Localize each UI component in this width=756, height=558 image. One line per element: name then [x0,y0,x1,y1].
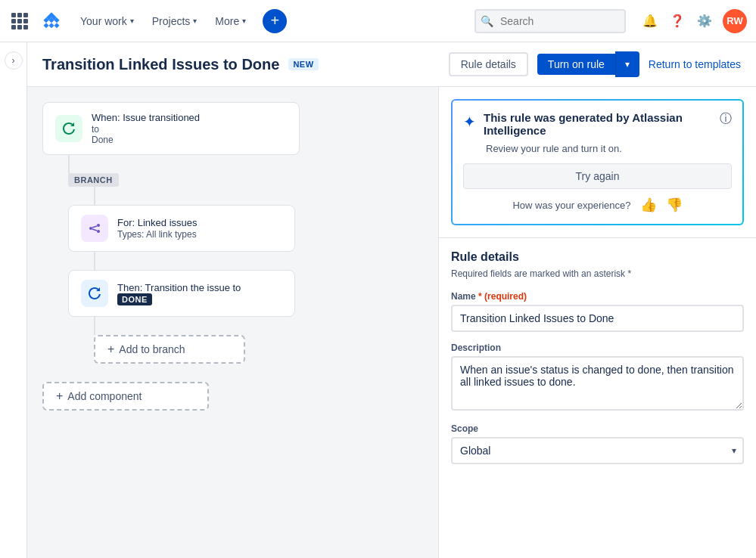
ai-banner-desc: Review your rule and turn it on. [486,143,732,154]
info-icon[interactable]: ⓘ [720,111,732,127]
create-button[interactable]: + [263,9,287,33]
ai-banner: ✦ This rule was generated by Atlassian I… [451,99,744,225]
scope-field-label: Scope [451,423,744,434]
name-field-label: Name * (required) [451,291,744,302]
transition-blue-icon [81,280,108,307]
when-node[interactable]: When: Issue transitioned to Done [42,102,300,155]
header-bar: Transition Linked Issues to Done NEW Rul… [27,42,756,87]
new-badge: NEW [288,58,318,70]
ai-banner-title: This rule was generated by Atlassian Int… [484,111,712,137]
node-connector [68,155,70,173]
feedback-label: How was your experience? [512,200,630,211]
rule-details-button[interactable]: Rule details [449,52,528,76]
right-panel: ✦ This rule was generated by Atlassian I… [438,87,756,558]
svg-point-1 [97,224,100,227]
plus-icon-2: + [56,389,63,403]
inner-connector-2 [94,317,95,335]
thumbs-down-button[interactable]: 👎 [666,197,683,213]
inner-connector [94,252,95,270]
for-node-sub: Types: All link types [117,229,282,240]
scope-select[interactable]: Global Project Team [451,437,744,464]
done-badge: DONE [117,293,152,305]
search-input[interactable] [474,9,626,33]
feedback-row: How was your experience? 👍 👎 [463,197,732,213]
chevron-left-icon: › [12,55,15,66]
nav-your-work[interactable]: Your work ▾ [73,11,142,32]
nav-items: Your work ▾ Projects ▾ More ▾ [73,11,254,32]
svg-point-2 [97,230,100,233]
add-to-branch-button[interactable]: + Add to branch [94,335,245,364]
notifications-button[interactable]: 🔔 [638,9,662,33]
jira-logo[interactable] [39,9,64,33]
rule-details-title: Rule details [451,250,744,264]
scope-select-wrapper: Global Project Team ▾ [451,437,744,464]
app-switcher-button[interactable] [9,11,30,32]
plus-icon: + [107,343,114,356]
name-input[interactable] [451,305,744,332]
rule-details-panel: Rule details Required fields are marked … [439,237,756,558]
then-node[interactable]: Then: Transition the issue to DONE [68,270,295,317]
for-node-label: For: Linked issues [117,217,282,228]
svg-line-3 [92,226,97,228]
branch-badge: BRANCH [68,173,119,187]
page-layout: › Transition Linked Issues to Done NEW R… [0,42,756,558]
chevron-down-icon: ▾ [193,17,197,25]
turn-on-rule-button[interactable]: Turn on rule [537,54,615,75]
return-to-templates-link[interactable]: Return to templates [649,58,741,70]
chevron-down-icon: ▾ [242,17,246,25]
when-node-label: When: Issue transitioned [92,112,287,123]
help-button[interactable]: ❓ [665,9,689,33]
content-area: When: Issue transitioned to Done BRANCH [27,87,756,558]
turn-on-dropdown-button[interactable]: ▾ [615,51,639,77]
svg-point-0 [89,227,92,230]
nav-projects[interactable]: Projects ▾ [145,11,205,32]
sidebar-toggle-area: › [0,42,27,558]
page-title: Transition Linked Issues to Done [42,56,279,73]
node-container: When: Issue transitioned to Done BRANCH [42,102,423,411]
required-note: Required fields are marked with an aster… [451,268,744,279]
grid-icon [11,13,28,29]
sidebar-toggle-button[interactable]: › [5,51,23,70]
description-textarea[interactable]: When an issue's status is changed to don… [451,356,744,411]
description-field-label: Description [451,343,744,353]
canvas-area: When: Issue transitioned to Done BRANCH [27,87,438,558]
branch-connector [94,187,95,205]
add-component-button[interactable]: + Add component [42,382,209,411]
search-container: 🔍 [474,9,626,33]
settings-button[interactable]: ⚙️ [692,9,717,33]
svg-line-4 [92,229,97,231]
thumbs-up-button[interactable]: 👍 [640,197,657,213]
transition-icon [55,115,82,142]
chevron-down-icon: ▾ [625,59,630,70]
nav-more[interactable]: More ▾ [207,11,254,32]
ai-sparkle-icon: ✦ [463,113,476,131]
when-node-sub: to Done [92,124,287,145]
linked-issues-icon [81,215,108,242]
user-avatar[interactable]: RW [723,9,747,33]
search-icon: 🔍 [481,15,493,27]
nav-icons: 🔔 ❓ ⚙️ RW [638,9,747,33]
for-node[interactable]: For: Linked issues Types: All link types [68,205,295,252]
main-content: Transition Linked Issues to Done NEW Rul… [27,42,756,558]
chevron-down-icon: ▾ [130,17,134,25]
turn-on-button-group: Turn on rule ▾ [537,51,639,77]
top-nav: Your work ▾ Projects ▾ More ▾ + 🔍 🔔 ❓ ⚙️… [0,0,756,42]
try-again-button[interactable]: Try again [463,163,732,189]
then-node-label: Then: Transition the issue to [117,282,282,293]
